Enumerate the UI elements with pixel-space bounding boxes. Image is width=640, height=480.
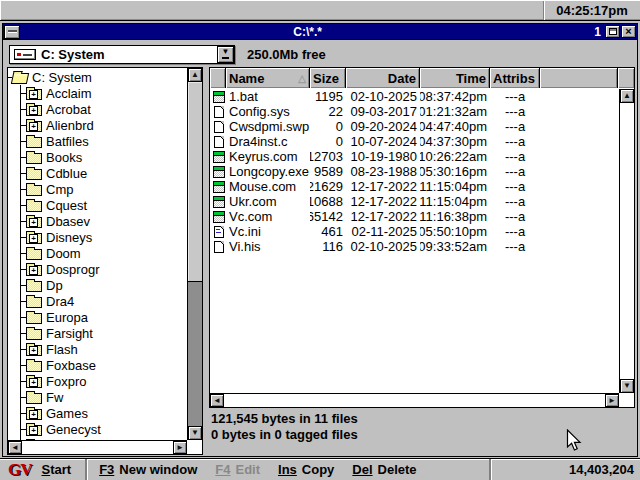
tree-item-label: Dbasev	[46, 214, 90, 229]
folder-icon	[26, 297, 42, 308]
scroll-down-button[interactable]: ▼	[620, 379, 634, 393]
file-name: Keyrus.com	[226, 149, 310, 164]
file-row[interactable]: Longcopy.exe 9589 08-23-1988 05:30:16pm …	[210, 164, 619, 179]
scrollbar-track[interactable]	[22, 441, 173, 454]
tree-item[interactable]: Games	[12, 405, 187, 421]
file-time: 05:30:16pm	[420, 164, 490, 179]
scroll-up-button[interactable]: ▲	[620, 89, 634, 103]
scroll-right-button[interactable]: ►	[173, 441, 187, 454]
file-horizontal-scrollbar[interactable]: ◄ ►	[210, 393, 619, 407]
tree-item-label: Games	[46, 406, 88, 421]
taskbar-function-button[interactable]: InsCopy	[278, 462, 334, 477]
file-name: Mouse.com	[226, 179, 310, 194]
header-cell-time[interactable]: Time	[420, 68, 490, 88]
file-vertical-scrollbar[interactable]: ▲ ▼	[619, 89, 634, 393]
hotkey-label: F3	[99, 462, 114, 477]
file-row[interactable]: 1.bat 1195 02-10-2025 08:37:42pm ---a	[210, 89, 619, 104]
tree-item[interactable]: Foxbase	[12, 357, 187, 373]
file-time: 08:37:42pm	[420, 89, 490, 104]
memory-counter: 14,403,204	[489, 459, 640, 480]
file-date: 12-17-2022	[346, 209, 420, 224]
tree-item[interactable]: Acclaim	[12, 85, 187, 101]
header-cell-blank[interactable]	[210, 68, 226, 88]
tree-item-label: Dp	[46, 278, 63, 293]
tree-item[interactable]: Europa	[12, 309, 187, 325]
taskbar-function-button[interactable]: F4Edit	[215, 462, 260, 477]
tree-item[interactable]: Dbasev	[12, 213, 187, 229]
tree-item[interactable]: Alienbrd	[12, 117, 187, 133]
file-row[interactable]: Cwsdpmi.swp 0 09-20-2024 04:47:40pm ---a	[210, 119, 619, 134]
file-attribs: ---a	[490, 149, 540, 164]
file-name: Dra4inst.c	[226, 134, 310, 149]
file-type-icon	[214, 106, 224, 118]
file-type-icon	[213, 181, 225, 193]
menu-items	[0, 1, 146, 20]
tree-vertical-scrollbar[interactable]: ▲ ▼	[187, 68, 202, 440]
header-cell-date[interactable]: Date	[346, 68, 420, 88]
tree-item[interactable]: Dosprogr	[12, 261, 187, 277]
file-row[interactable]: Mouse.com 21629 12-17-2022 11:15:04pm --…	[210, 179, 619, 194]
taskbar-function-button[interactable]: DelDelete	[352, 462, 416, 477]
file-time: 11:15:04pm	[420, 194, 490, 209]
file-type-icon	[214, 121, 224, 133]
scrollbar-track[interactable]	[224, 394, 605, 407]
file-date: 10-19-1980	[346, 149, 420, 164]
restore-button[interactable]	[605, 25, 620, 38]
file-attribs: ---a	[490, 194, 540, 209]
tree-item[interactable]: Flash	[12, 341, 187, 357]
tree-item-label: Acclaim	[46, 86, 92, 101]
scrollbar-thumb[interactable]	[188, 82, 202, 282]
file-time: 05:50:10pm	[420, 224, 490, 239]
taskbar-function-button[interactable]: F3New window	[99, 462, 197, 477]
file-row[interactable]: Vc.ini 461 02-11-2025 05:50:10pm ---a	[210, 224, 619, 239]
tree-item[interactable]: Dra4	[12, 293, 187, 309]
tree-item[interactable]: Genecyst	[12, 421, 187, 437]
header-cell-size[interactable]: Size	[310, 68, 346, 88]
file-row[interactable]: Vc.com 65142 12-17-2022 11:16:38pm ---a	[210, 209, 619, 224]
file-row[interactable]: Ukr.com 10688 12-17-2022 11:15:04pm ---a	[210, 194, 619, 209]
file-type-icon	[214, 136, 224, 148]
tree-item[interactable]: Disneys	[12, 229, 187, 245]
tree-item[interactable]: Foxpro	[12, 373, 187, 389]
status-bytes-total: 121,545 bytes in 11 files	[211, 411, 358, 427]
tree-item[interactable]: Farsight	[12, 325, 187, 341]
file-type-icon	[213, 91, 225, 103]
tree-item[interactable]: Acrobat	[12, 101, 187, 117]
file-name: 1.bat	[226, 89, 310, 104]
drive-selector[interactable]: C: System ▼	[9, 45, 235, 64]
scroll-right-button[interactable]: ►	[605, 394, 619, 407]
close-button[interactable]: ×	[621, 25, 636, 38]
tree-item[interactable]: Books	[12, 149, 187, 165]
file-attribs: ---a	[490, 239, 540, 254]
folder-icon	[26, 409, 42, 420]
tree-item[interactable]: Cdblue	[12, 165, 187, 181]
tree-horizontal-scrollbar[interactable]: ◄ ►	[8, 440, 187, 454]
scroll-left-button[interactable]: ◄	[210, 394, 224, 407]
file-date: 02-10-2025	[346, 89, 420, 104]
header-cell-name[interactable]: Name △	[226, 68, 310, 88]
tree-root-item[interactable]: C: System	[12, 69, 187, 85]
title-bar[interactable]: C:\*.* 1 ×	[3, 24, 637, 40]
scroll-down-button[interactable]: ▼	[188, 426, 202, 440]
tree-item[interactable]: Doom	[12, 245, 187, 261]
tree-item[interactable]: Dp	[12, 277, 187, 293]
tree-item-label: Fw	[46, 390, 63, 405]
scroll-left-button[interactable]: ◄	[8, 441, 22, 454]
file-row[interactable]: Vi.his 116 02-10-2025 09:33:52am ---a	[210, 239, 619, 254]
tree-item[interactable]: Fw	[12, 389, 187, 405]
tree-item-label: Acrobat	[46, 102, 91, 117]
header-name-label: Name	[229, 71, 264, 86]
file-row[interactable]: Config.sys 22 09-03-2017 01:21:32am ---a	[210, 104, 619, 119]
drive-dropdown-button[interactable]: ▼	[217, 46, 234, 63]
file-row[interactable]: Keyrus.com 12703 10-19-1980 10:26:22am -…	[210, 149, 619, 164]
tree-item[interactable]: Cquest	[12, 197, 187, 213]
tree-item[interactable]: Cmp	[12, 181, 187, 197]
scroll-up-button[interactable]: ▲	[188, 68, 202, 82]
folder-icon	[26, 345, 42, 356]
tree-item[interactable]: Batfiles	[12, 133, 187, 149]
folder-icon	[26, 233, 42, 244]
header-cell-attribs[interactable]: Attribs	[490, 68, 540, 88]
file-row[interactable]: Dra4inst.c 0 10-07-2024 04:37:30pm ---a	[210, 134, 619, 149]
system-menu-button[interactable]	[4, 25, 20, 39]
start-button[interactable]: Start	[42, 462, 72, 477]
